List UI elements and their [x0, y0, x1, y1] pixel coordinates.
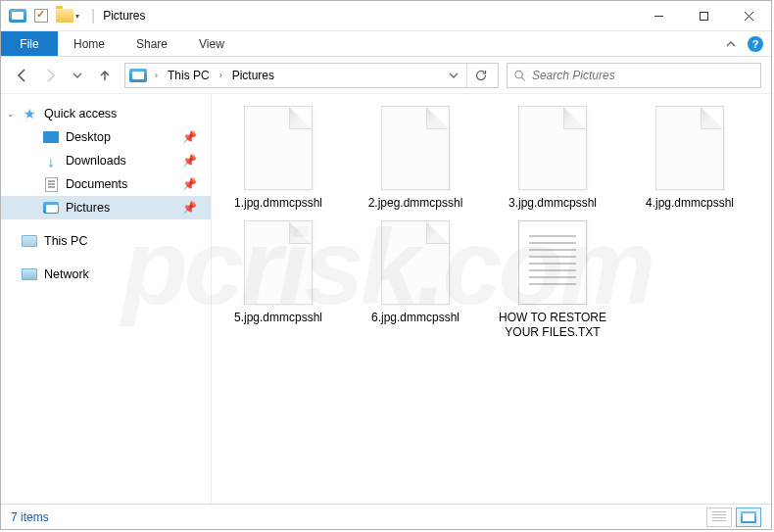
sidebar-item-label: Documents	[66, 177, 127, 191]
qat-dropdown-icon[interactable]: ▾	[75, 12, 79, 21]
navigation-bar: › This PC › Pictures	[1, 57, 771, 94]
generic-file-icon	[381, 220, 450, 305]
navigation-pane: ⌄ ★ Quick access Desktop 📌 ↓ Downloads 📌…	[1, 94, 212, 504]
pin-icon: 📌	[182, 201, 197, 215]
pin-icon: 📌	[182, 177, 197, 191]
file-tab[interactable]: File	[1, 31, 58, 56]
separator: |	[91, 7, 95, 24]
help-icon[interactable]: ?	[748, 36, 763, 52]
sidebar-label: This PC	[44, 234, 87, 248]
breadcrumb-current[interactable]: Pictures	[230, 69, 276, 82]
breadcrumb-root[interactable]: This PC	[166, 69, 212, 82]
recent-locations-button[interactable]	[66, 64, 89, 87]
pc-icon	[21, 233, 38, 249]
ribbon: File Home Share View ?	[1, 31, 771, 57]
close-button[interactable]	[726, 1, 771, 30]
text-file-icon	[518, 220, 587, 305]
sidebar-item-label: Desktop	[66, 130, 111, 144]
pictures-icon	[42, 200, 60, 216]
sidebar-item-pictures[interactable]: Pictures 📌	[1, 196, 211, 219]
sidebar-item-label: Downloads	[66, 154, 126, 168]
search-input[interactable]	[532, 69, 754, 82]
status-bar: 7 items	[1, 504, 771, 529]
star-icon: ★	[21, 106, 38, 121]
file-label: 2.jpeg.dmmcpsshl	[368, 196, 463, 211]
svg-point-4	[515, 71, 522, 77]
large-icons-view-button[interactable]	[736, 508, 761, 527]
search-icon	[513, 69, 526, 82]
generic-file-icon	[381, 106, 450, 190]
downloads-icon: ↓	[42, 153, 60, 169]
network-icon	[21, 266, 38, 282]
sidebar-item-downloads[interactable]: ↓ Downloads 📌	[1, 149, 211, 172]
search-box[interactable]	[507, 63, 761, 88]
expand-icon[interactable]: ⌄	[7, 109, 15, 119]
file-label: 6.jpg.dmmcpsshl	[371, 311, 460, 325]
generic-file-icon	[244, 106, 313, 190]
back-button[interactable]	[11, 64, 34, 87]
window-title: Pictures	[103, 9, 145, 23]
file-item[interactable]: 2.jpeg.dmmcpsshl	[357, 106, 474, 211]
details-view-icon	[712, 511, 726, 523]
minimize-button[interactable]	[636, 1, 681, 30]
qat-properties[interactable]	[30, 5, 52, 26]
status-text: 7 items	[11, 510, 49, 524]
pin-icon: 📌	[182, 130, 197, 144]
file-item[interactable]: 4.jpg.dmmcpsshl	[631, 106, 749, 211]
svg-line-5	[521, 76, 524, 79]
sidebar-label: Quick access	[44, 107, 117, 121]
tab-home[interactable]: Home	[58, 31, 121, 56]
large-icons-view-icon	[741, 511, 756, 523]
details-view-button[interactable]	[706, 508, 732, 527]
file-label: 1.jpg.dmmcpsshl	[234, 196, 322, 211]
file-item[interactable]: HOW TO RESTORE YOUR FILES.TXT	[494, 220, 611, 340]
sidebar-this-pc[interactable]: This PC	[1, 229, 211, 253]
file-label: 4.jpg.dmmcpsshl	[646, 196, 734, 211]
file-label: 3.jpg.dmmcpsshl	[508, 196, 597, 211]
svg-rect-1	[700, 12, 707, 20]
generic-file-icon	[655, 106, 724, 190]
file-label: HOW TO RESTORE YOUR FILES.TXT	[495, 311, 610, 340]
collapse-ribbon-icon[interactable]	[724, 37, 738, 51]
forward-button[interactable]	[38, 64, 62, 87]
address-dropdown-icon[interactable]	[449, 71, 459, 80]
address-bar[interactable]: › This PC › Pictures	[124, 63, 499, 88]
file-item[interactable]: 5.jpg.dmmcpsshl	[219, 220, 337, 340]
tab-share[interactable]: Share	[121, 31, 183, 56]
documents-icon	[42, 176, 60, 192]
app-icon	[7, 5, 28, 26]
maximize-button[interactable]	[681, 1, 726, 30]
sidebar-item-label: Pictures	[66, 201, 110, 215]
qat-new-folder[interactable]	[54, 5, 75, 26]
sidebar-item-documents[interactable]: Documents 📌	[1, 172, 211, 196]
desktop-icon	[42, 129, 60, 145]
chevron-right-icon[interactable]: ›	[216, 71, 226, 80]
sidebar-label: Network	[44, 267, 89, 281]
file-list[interactable]: 1.jpg.dmmcpsshl2.jpeg.dmmcpsshl3.jpg.dmm…	[212, 94, 771, 504]
title-bar: ▾ | Pictures	[1, 1, 771, 31]
refresh-button[interactable]	[466, 64, 494, 87]
sidebar-item-desktop[interactable]: Desktop 📌	[1, 125, 211, 149]
pin-icon: 📌	[182, 154, 197, 168]
tab-view[interactable]: View	[183, 31, 240, 56]
location-icon	[129, 69, 147, 82]
sidebar-network[interactable]: Network	[1, 263, 211, 286]
generic-file-icon	[518, 106, 587, 190]
file-item[interactable]: 1.jpg.dmmcpsshl	[219, 106, 337, 211]
file-item[interactable]: 3.jpg.dmmcpsshl	[494, 106, 611, 211]
file-label: 5.jpg.dmmcpsshl	[234, 311, 322, 325]
sidebar-quick-access[interactable]: ⌄ ★ Quick access	[1, 102, 211, 125]
file-item[interactable]: 6.jpg.dmmcpsshl	[357, 220, 474, 340]
chevron-right-icon[interactable]: ›	[151, 71, 162, 80]
generic-file-icon	[244, 220, 313, 305]
up-button[interactable]	[93, 64, 117, 87]
